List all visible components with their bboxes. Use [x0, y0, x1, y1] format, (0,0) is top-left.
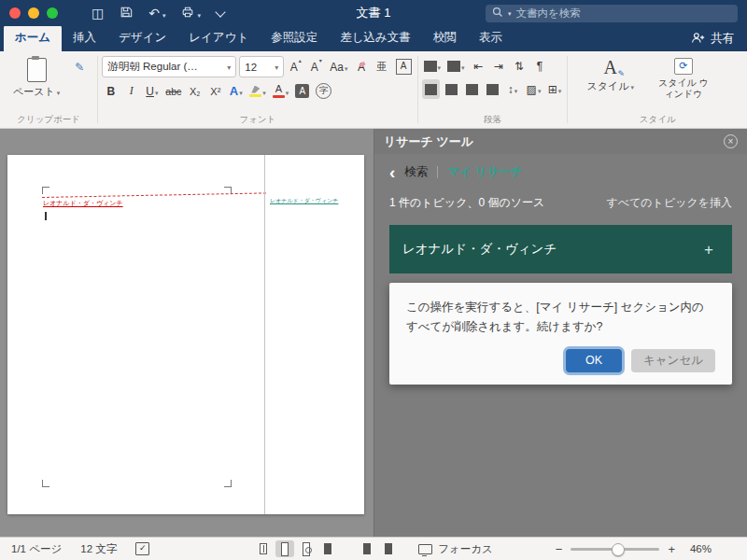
sort-icon: ⇅ — [514, 60, 524, 73]
bold-button[interactable]: B — [102, 81, 120, 101]
group-label-paragraph: 段落 — [422, 114, 564, 128]
print-icon — [181, 6, 194, 21]
undo-split-button[interactable] — [148, 7, 165, 20]
decrease-indent-button[interactable]: ⇤ — [470, 56, 487, 76]
zoom-percentage[interactable]: 46% — [690, 543, 712, 554]
justify-button[interactable] — [484, 79, 501, 99]
change-case-button[interactable]: Aa — [328, 57, 349, 77]
page-indicator[interactable]: 1/1 ページ — [11, 542, 62, 556]
line-spacing-button[interactable]: ↕ — [504, 79, 522, 99]
phonetic-guide-button[interactable]: 亜 — [374, 57, 391, 77]
proofing-status-icon[interactable] — [135, 542, 149, 555]
minimize-traffic-light[interactable] — [28, 7, 39, 19]
insert-all-topics-link[interactable]: すべてのトピックを挿入 — [606, 195, 732, 211]
read-mode-button[interactable] — [254, 540, 273, 557]
tab-layout[interactable]: レイアウト — [177, 25, 260, 51]
zoom-traffic-light[interactable] — [47, 7, 58, 19]
increase-indent-button[interactable]: ⇥ — [490, 56, 508, 76]
show-marks-button[interactable]: ¶ — [531, 56, 549, 76]
shading-button[interactable]: ▨ — [525, 79, 543, 99]
enclose-characters-button[interactable]: 字 — [314, 81, 333, 101]
pane-body: 検索 マイ リサーチ 1 件のトピック、0 個のソース すべてのトピックを挿入 … — [374, 154, 747, 385]
screen-icon — [418, 544, 432, 554]
clear-formatting-button[interactable]: A — [353, 57, 371, 77]
numbering-button[interactable] — [445, 56, 467, 76]
bullets-button[interactable] — [422, 56, 444, 76]
align-left-button[interactable] — [422, 79, 440, 99]
zoom-slider-thumb[interactable] — [612, 543, 625, 556]
bullet-list-icon — [424, 61, 437, 72]
document-page[interactable]: レオナルド・ダ・ヴィンチ レオナルド・ダ・ヴィンチ — [7, 155, 364, 514]
align-center-button[interactable] — [443, 79, 460, 99]
superscript-button[interactable]: X² — [206, 81, 224, 101]
font-name-combo[interactable]: 游明朝 Regular (… — [102, 56, 236, 77]
grow-font-button[interactable]: A — [287, 57, 304, 77]
back-icon[interactable] — [389, 163, 395, 181]
close-traffic-light[interactable] — [9, 7, 21, 19]
chevron-down-icon — [162, 7, 166, 20]
styles-button[interactable]: A スタイル — [581, 56, 640, 95]
web-page-icon — [303, 542, 310, 556]
character-border-button[interactable]: A — [394, 57, 414, 77]
crop-mark-icon — [42, 480, 49, 487]
tab-references[interactable]: 参照設定 — [260, 25, 329, 51]
markup-area-divider — [264, 155, 265, 514]
tab-insert[interactable]: 挿入 — [62, 25, 107, 51]
zoom-controls — [556, 543, 675, 555]
chevron-down-icon — [538, 84, 542, 95]
shrink-font-button[interactable]: A — [307, 57, 325, 77]
highlight-color-bar — [249, 94, 261, 97]
search-input[interactable]: 文書内を検索 — [486, 5, 738, 22]
print-split-button[interactable] — [181, 6, 201, 21]
word-count[interactable]: 12 文字 — [80, 542, 117, 556]
titlebar: 文書 1 文書内を検索 — [0, 0, 747, 26]
tab-design[interactable]: デザイン — [107, 25, 177, 51]
ok-button[interactable]: OK — [566, 349, 622, 372]
save-icon[interactable] — [120, 6, 133, 21]
font-size-combo[interactable]: 12 — [239, 56, 284, 77]
highlight-button[interactable] — [247, 81, 268, 101]
ribbon-tab-bar: ホーム 挿入 デザイン レイアウト 参照設定 差し込み文書 校閲 表示 共有 — [0, 26, 747, 51]
style-window-button[interactable]: ⟳ スタイル ウィンドウ — [651, 56, 716, 101]
zoom-out-icon[interactable] — [556, 543, 563, 555]
zoom-in-icon[interactable] — [668, 543, 675, 555]
zoom-slider[interactable] — [571, 548, 659, 551]
tab-my-research[interactable]: マイ リサーチ — [447, 164, 522, 180]
cancel-button[interactable]: キャンセル — [631, 349, 715, 372]
inserted-text: レオナルド・ダ・ヴィンチ — [43, 199, 123, 208]
font-color-button[interactable]: A — [271, 81, 291, 101]
character-shading-button[interactable]: A — [293, 81, 311, 101]
borders-button[interactable]: ⊞ — [545, 79, 563, 99]
style-window-label: スタイル ウィンドウ — [656, 77, 711, 99]
share-button[interactable]: 共有 — [682, 31, 743, 51]
notebook-view-button[interactable] — [379, 540, 398, 557]
sort-button[interactable]: ⇅ — [511, 56, 529, 76]
toolbar-toggle-icon[interactable] — [92, 7, 104, 20]
chevron-down-icon — [57, 87, 61, 97]
align-right-button[interactable] — [463, 79, 481, 99]
subscript-button[interactable]: X₂ — [186, 81, 204, 101]
text-effects-button[interactable]: A — [227, 81, 245, 101]
outline-view-button[interactable] — [318, 540, 337, 557]
strikethrough-button[interactable]: abc — [163, 81, 183, 101]
focus-mode-button[interactable]: フォーカス — [418, 542, 493, 556]
web-layout-button[interactable] — [297, 540, 316, 557]
topic-card[interactable]: レオナルド・ダ・ヴィンチ — [389, 225, 732, 273]
tab-mailings[interactable]: 差し込み文書 — [329, 25, 422, 51]
tab-search[interactable]: 検索 — [404, 164, 428, 180]
print-layout-button[interactable] — [275, 540, 294, 557]
paste-button[interactable]: ペースト — [7, 56, 65, 114]
format-painter-button[interactable]: ✎ — [69, 60, 90, 75]
tab-review[interactable]: 校閲 — [422, 25, 468, 51]
close-icon[interactable] — [724, 134, 738, 148]
chevron-down-icon — [508, 7, 512, 19]
draft-view-button[interactable] — [358, 540, 376, 557]
chevron-down-icon — [630, 81, 634, 91]
customize-toolbar-chevron-icon[interactable] — [215, 7, 225, 17]
margin-revision-note[interactable]: レオナルド・ダ・ヴィンチ — [270, 189, 359, 206]
add-topic-icon[interactable] — [698, 241, 719, 259]
underline-button[interactable]: U — [143, 81, 161, 101]
italic-button[interactable]: I — [122, 81, 140, 101]
tab-view[interactable]: 表示 — [468, 25, 514, 51]
tab-home[interactable]: ホーム — [4, 25, 62, 51]
